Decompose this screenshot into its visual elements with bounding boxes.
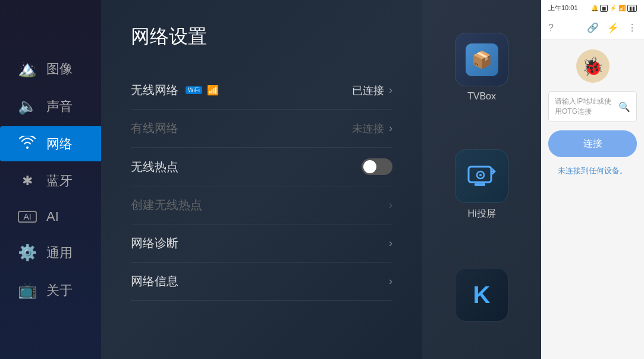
sidebar-label-ai: AI: [46, 209, 59, 224]
hiscreen-inner-icon: [464, 159, 499, 193]
sidebar-label-bluetooth: 蓝牙: [46, 172, 73, 190]
ethernet-label: 有线网络: [131, 120, 178, 136]
diagnostics-row[interactable]: 网络诊断 ›: [131, 224, 392, 263]
ethernet-chevron: ›: [389, 122, 392, 135]
no-device-text: 未连接到任何设备。: [558, 166, 627, 176]
ip-input-placeholder: 请输入IP地址或使用OTG连接: [555, 96, 614, 117]
lightning-icon[interactable]: ⚡: [607, 22, 619, 33]
hotspot-label: 无线热点: [131, 159, 178, 175]
kodi-icon: K: [455, 268, 508, 321]
more-icon[interactable]: ⋮: [627, 22, 637, 33]
sidebar-label-general: 通用: [46, 244, 73, 262]
apps-grid: 📦 TVBox Hi投屏 K: [422, 0, 541, 359]
network-icon: [18, 135, 37, 153]
phone-panel: 上午10:01 🔔 ◼ ⚡ 📶 ▮▮ ? 🔗 ⚡ ⋮ 🐞 请输入IP地址或使用O…: [541, 0, 644, 359]
network-info-chevron-wrap: ›: [389, 275, 392, 288]
tvbox-icon: 📦: [455, 33, 508, 86]
wifi-badge: WiFi: [186, 86, 202, 94]
phone-status-bar: 上午10:01 🔔 ◼ ⚡ 📶 ▮▮: [541, 0, 644, 16]
ethernet-row[interactable]: 有线网络 未连接 ›: [131, 110, 392, 148]
sidebar-label-image: 图像: [46, 60, 73, 78]
hotspot-row[interactable]: 无线热点: [131, 148, 392, 186]
status-icons: 🔔 ◼ ⚡ 📶 ▮▮: [591, 5, 637, 12]
page-title: 网络设置: [131, 24, 392, 50]
network-info-row[interactable]: 网络信息 ›: [131, 263, 392, 301]
diagnostics-chevron: ›: [389, 237, 392, 249]
diagnostics-chevron-wrap: ›: [389, 237, 392, 249]
app-kodi[interactable]: K: [455, 268, 508, 326]
sidebar-label-network: 网络: [46, 135, 73, 153]
phone-header: ? 🔗 ⚡ ⋮: [541, 16, 644, 40]
hiscreen-label: Hi投屏: [467, 208, 495, 220]
help-icon[interactable]: ?: [548, 23, 554, 33]
create-hotspot-row[interactable]: 创建无线热点 ›: [131, 186, 392, 224]
sidebar-item-network[interactable]: 网络: [0, 126, 101, 161]
search-icon[interactable]: 🔍: [618, 101, 630, 113]
hotspot-toggle[interactable]: [362, 158, 392, 175]
sound-icon: 🔈: [18, 97, 37, 115]
sidebar-item-bluetooth[interactable]: ✱ 蓝牙: [0, 164, 101, 198]
bug-icon: 🐞: [582, 56, 604, 77]
network-info-chevron: ›: [389, 275, 392, 288]
about-icon: 📺: [18, 281, 37, 299]
diagnostics-label: 网络诊断: [131, 235, 178, 251]
kodi-inner-icon: K: [464, 277, 499, 312]
svg-point-3: [479, 174, 482, 176]
phone-body: 🐞 请输入IP地址或使用OTG连接 🔍 连接 未连接到任何设备。: [541, 40, 644, 359]
network-settings-panel: 网络设置 无线网络 WiFi 📶 已连接 › 有线网络 未连接 ›: [101, 0, 422, 359]
tvbox-inner-icon: 📦: [466, 43, 498, 76]
svg-rect-1: [475, 183, 485, 186]
sidebar-item-general[interactable]: ⚙️ 通用: [0, 235, 101, 270]
app-tvbox[interactable]: 📦 TVBox: [455, 33, 508, 102]
settings-list: 无线网络 WiFi 📶 已连接 › 有线网络 未连接 › 无线热点: [131, 71, 392, 301]
sidebar-label-about: 关于: [46, 282, 73, 299]
sidebar-item-image[interactable]: 🏔️ 图像: [0, 51, 101, 86]
general-icon: ⚙️: [18, 244, 37, 262]
create-hotspot-label: 创建无线热点: [131, 197, 202, 213]
wifi-label: 无线网络 WiFi 📶: [131, 82, 219, 98]
bug-avatar: 🐞: [576, 49, 610, 83]
link-icon[interactable]: 🔗: [587, 22, 599, 33]
create-hotspot-chevron: ›: [389, 199, 392, 211]
wifi-value: 已连接 ›: [352, 83, 392, 98]
hiscreen-icon: [455, 149, 508, 203]
sidebar-item-about[interactable]: 📺 关于: [0, 273, 101, 308]
wifi-chevron: ›: [389, 84, 392, 96]
network-info-label: 网络信息: [131, 273, 178, 289]
wifi-signal-icon: 📶: [207, 85, 219, 96]
ip-input-row[interactable]: 请输入IP地址或使用OTG连接 🔍: [548, 91, 637, 122]
image-icon: 🏔️: [18, 60, 37, 78]
app-hiscreen[interactable]: Hi投屏: [455, 149, 508, 220]
bluetooth-icon: ✱: [18, 173, 37, 189]
sidebar-label-sound: 声音: [46, 98, 73, 115]
create-hotspot-chevron-wrap: ›: [389, 199, 392, 211]
phone-time: 上午10:01: [548, 4, 578, 13]
sidebar: 🏔️ 图像 🔈 声音 网络 ✱ 蓝牙 AI AI ⚙️ 通用 📺 关于: [0, 0, 101, 359]
ai-icon: AI: [18, 211, 37, 223]
sidebar-item-ai[interactable]: AI AI: [0, 201, 101, 233]
sidebar-item-sound[interactable]: 🔈 声音: [0, 89, 101, 124]
wifi-row[interactable]: 无线网络 WiFi 📶 已连接 ›: [131, 71, 392, 110]
ethernet-value: 未连接 ›: [352, 121, 392, 136]
tvbox-label: TVBox: [467, 91, 496, 102]
connect-button[interactable]: 连接: [548, 130, 637, 157]
